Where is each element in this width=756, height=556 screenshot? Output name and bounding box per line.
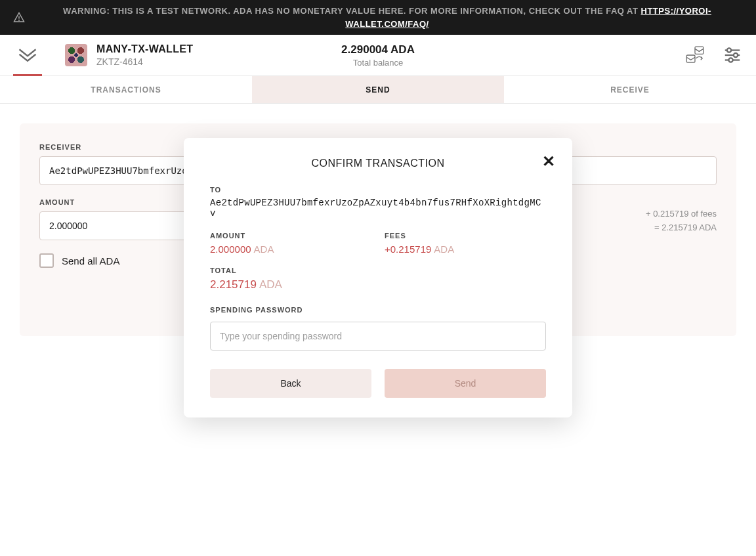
modal-overlay: CONFIRM TRANSACTION ✕ TO Ae2tdPwUPEZ3HUU… [0, 0, 756, 556]
modal-total-label: TOTAL [210, 267, 546, 274]
back-button[interactable]: Back [210, 369, 371, 398]
modal-to-label: TO [210, 186, 546, 194]
modal-title: CONFIRM TRANSACTION [203, 158, 553, 169]
send-button[interactable]: Send [385, 369, 546, 398]
modal-to-address: Ae2tdPwUPEZ3HUU7bmfexrUzoZpAZxuyt4b4bn7f… [210, 198, 546, 219]
modal-total-value: 2.215719ADA [210, 278, 546, 291]
modal-amount-value: 2.000000ADA [210, 244, 371, 255]
modal-amount-label: AMOUNT [210, 232, 371, 240]
confirm-transaction-modal: CONFIRM TRANSACTION ✕ TO Ae2tdPwUPEZ3HUU… [184, 138, 572, 417]
modal-fees-value: +0.215719ADA [385, 244, 546, 255]
spending-password-label: SPENDING PASSWORD [210, 306, 546, 314]
close-icon[interactable]: ✕ [542, 152, 555, 171]
modal-fees-label: FEES [385, 232, 546, 240]
spending-password-input[interactable] [210, 322, 546, 351]
